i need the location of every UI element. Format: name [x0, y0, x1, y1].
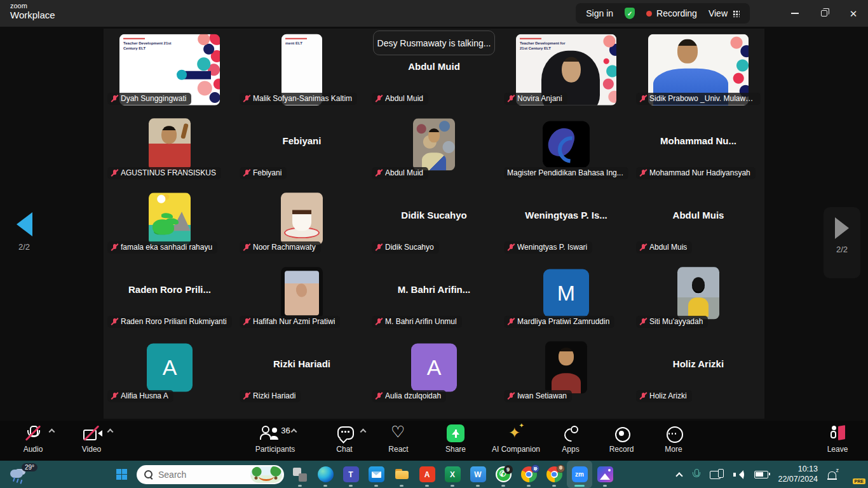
- security-shield-icon[interactable]: ✓: [625, 8, 635, 19]
- participant-tile[interactable]: Teacher Development for 21st Century ELT…: [500, 34, 632, 108]
- pdf-app[interactable]: A: [414, 461, 440, 488]
- share-button[interactable]: Share: [427, 424, 484, 458]
- view-button[interactable]: View: [709, 8, 740, 18]
- slide-text: Teacher Development 21st Century ELT: [123, 37, 173, 50]
- tray-display-icon[interactable]: [710, 469, 724, 480]
- taskbar-search[interactable]: [137, 465, 284, 484]
- participants-label: Participants: [247, 445, 304, 454]
- apps-button[interactable]: Apps: [542, 424, 599, 458]
- participants-button[interactable]: 36 Participants: [247, 424, 304, 458]
- participant-tile[interactable]: AAlifia Husna A: [104, 331, 236, 405]
- tray-clock[interactable]: 10:13 22/07/2024: [778, 464, 818, 484]
- zoom-app-active[interactable]: zm: [567, 461, 592, 488]
- sign-in-button[interactable]: Sign in: [586, 8, 613, 18]
- participant-name: Raden Roro Priliani Rukmiyanti: [121, 317, 227, 326]
- participant-tile[interactable]: M. Bahri Arifin...M. Bahri Arifin Unmul: [368, 257, 500, 331]
- leave-door-icon: [829, 424, 846, 442]
- participant-tile[interactable]: AGUSTINUS FRANSISKUS: [104, 108, 236, 182]
- weather-rain-icon: [10, 470, 23, 478]
- participant-video: [677, 267, 719, 319]
- participant-nameplate: Malik Sofyan-Sanimas Kaltim: [240, 93, 357, 105]
- participant-nameplate: Iwan Setiawan: [504, 390, 572, 402]
- close-button[interactable]: ✕: [839, 0, 868, 27]
- photos-app[interactable]: [592, 461, 618, 488]
- whatsapp-app[interactable]: 9: [491, 461, 516, 488]
- word-app[interactable]: W: [465, 461, 491, 488]
- weather-widget[interactable]: 29°: [10, 466, 36, 484]
- search-daily-image[interactable]: [250, 466, 282, 483]
- record-button[interactable]: Record: [593, 424, 650, 458]
- participant-tile[interactable]: Weningtyas P. Is...Weningtyas P. Iswari: [500, 182, 632, 257]
- participant-center-name: Holiz Arizki: [632, 358, 764, 369]
- chat-button[interactable]: Chat: [316, 424, 373, 458]
- tray-bell-icon[interactable]: [827, 470, 837, 480]
- system-tray: 10:13 22/07/2024 PRE: [677, 461, 862, 488]
- participant-tile[interactable]: Teacher Development 21st Century ELTDyah…: [104, 34, 236, 108]
- participant-tile[interactable]: FebiyaniFebiyani: [236, 108, 368, 182]
- recording-dot-icon: [646, 11, 652, 17]
- participant-tile[interactable]: Didik SucahyoDidik Sucahyo: [368, 182, 500, 257]
- participant-tile[interactable]: Mohammad Nu...Mohammad Nur Hadiyansyah: [632, 108, 764, 182]
- zoom-titlebar: zoom Workplace Sign in ✓ Recording View …: [0, 0, 868, 27]
- chrome-app-profile1[interactable]: [516, 461, 541, 488]
- participant-tile[interactable]: ment ELTMalik Sofyan-Sanimas Kaltim: [236, 34, 368, 108]
- participant-center-name: Weningtyas P. Is...: [500, 210, 632, 220]
- participant-video: [281, 267, 323, 319]
- ai-companion-button[interactable]: AI Companion: [487, 424, 545, 458]
- participant-tile[interactable]: Holiz ArizkiHoliz Arizki: [632, 331, 764, 405]
- restore-icon: [821, 10, 827, 17]
- video-button[interactable]: Video: [63, 424, 120, 458]
- mail-app[interactable]: [363, 461, 389, 488]
- participant-tile[interactable]: Raden Roro Prili...Raden Roro Priliani R…: [104, 257, 236, 331]
- participant-name: Abdul Muid: [385, 168, 423, 177]
- gallery-next-page[interactable]: 2/2: [824, 207, 860, 278]
- more-button[interactable]: More: [645, 424, 702, 458]
- gallery-prev-page[interactable]: 2/2: [9, 212, 39, 252]
- copilot-button[interactable]: PRE: [846, 467, 862, 482]
- participant-avatar: A: [411, 343, 457, 391]
- minimize-button[interactable]: [780, 0, 810, 27]
- snip-tool-app[interactable]: [287, 461, 313, 488]
- recording-label: Recording: [656, 8, 697, 18]
- audio-button[interactable]: Audio: [4, 424, 62, 458]
- participant-tile[interactable]: Abdul MuisAbdul Muis: [632, 182, 764, 257]
- participant-tile[interactable]: famala eka sanhadi rahayu: [104, 182, 236, 257]
- copilot-pre-badge: PRE: [853, 478, 865, 484]
- participant-tile[interactable]: AAulia dzulqoidah: [368, 331, 500, 405]
- participant-tile[interactable]: Noor Rachmawaty: [236, 182, 368, 257]
- tray-mic-icon[interactable]: [691, 469, 700, 480]
- teams-app[interactable]: T: [338, 461, 363, 488]
- leave-button[interactable]: Leave: [809, 424, 866, 458]
- video-label: Video: [63, 445, 120, 454]
- participant-tile[interactable]: Magister Pendidikan Bahasa Ing...: [500, 108, 632, 182]
- participant-tile[interactable]: MMardliya Pratiwi Zamruddin: [500, 257, 632, 331]
- participant-name: Magister Pendidikan Bahasa Ing...: [507, 168, 623, 177]
- file-explorer-app[interactable]: [389, 461, 414, 488]
- excel-app[interactable]: X: [440, 461, 465, 488]
- teams-icon: T: [343, 466, 359, 482]
- start-button[interactable]: [116, 469, 127, 480]
- react-button[interactable]: React: [370, 424, 427, 458]
- tray-chevron-icon[interactable]: [676, 472, 683, 479]
- edge-app[interactable]: [313, 461, 338, 488]
- participant-tile[interactable]: Iwan Setiawan: [500, 331, 632, 405]
- participant-tile[interactable]: Sidik Prabowo _Univ. Mulawar...: [632, 34, 764, 108]
- participant-tile[interactable]: Hafifah Nur Azmi Pratiwi: [236, 257, 368, 331]
- search-input[interactable]: [158, 470, 241, 480]
- participant-tile[interactable]: Abdul Muid: [368, 108, 500, 182]
- leave-label: Leave: [809, 445, 866, 454]
- tray-speaker-icon[interactable]: [733, 469, 745, 480]
- participants-count: 36: [281, 426, 290, 435]
- apps-icon: [562, 424, 580, 442]
- participant-tile[interactable]: Siti Mu'ayyadah: [632, 257, 764, 331]
- restore-button[interactable]: [810, 0, 839, 27]
- participant-tile[interactable]: Rizki HariadiRizki Hariadi: [236, 331, 368, 405]
- titlebar-controls: Sign in ✓ Recording View: [576, 3, 750, 24]
- chat-label: Chat: [316, 445, 373, 454]
- chrome-app-profile2[interactable]: [541, 461, 567, 488]
- meeting-stage: Teacher Development 21st Century ELTDyah…: [0, 27, 868, 421]
- participant-name: Sidik Prabowo _Univ. Mulawar...: [649, 94, 756, 103]
- tray-battery-icon[interactable]: [754, 471, 768, 478]
- record-label: Record: [593, 445, 650, 454]
- slide-text: ment ELT: [285, 37, 317, 45]
